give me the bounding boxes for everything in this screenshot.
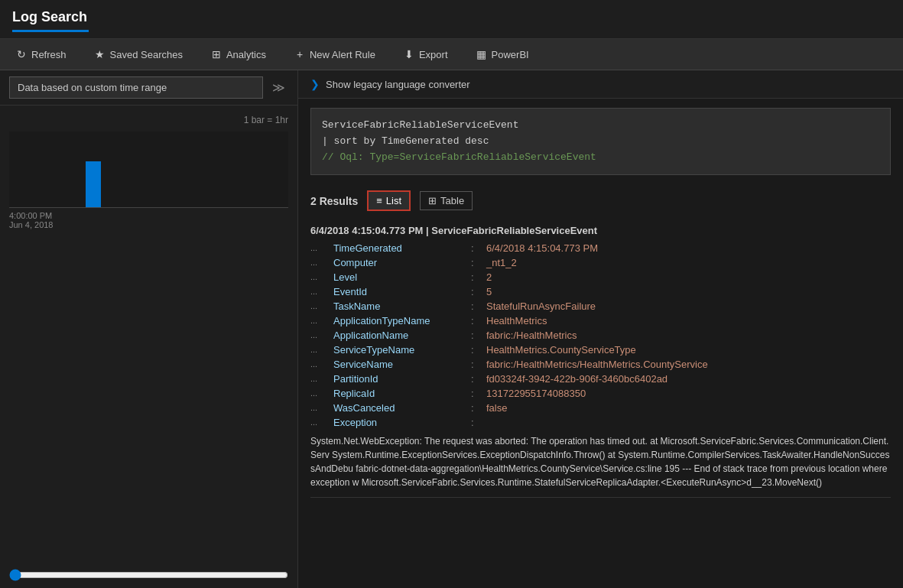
expand-icon[interactable]: ... [310,242,333,252]
expand-icon[interactable]: ... [310,286,333,296]
field-value: StatefulRunAsyncFailure [486,300,891,312]
chart-xaxis: 4:00:00 PM Jun 4, 2018 [9,211,288,229]
field-name: Level [333,271,471,283]
expand-icon[interactable]: ... [310,388,333,398]
export-label: Export [419,49,448,60]
saved-searches-label: Saved Searches [110,49,183,60]
expand-icon[interactable]: ... [310,402,333,412]
field-name: WasCanceled [333,402,471,414]
expand-icon[interactable]: ... [310,330,333,339]
list-label: List [386,195,401,206]
collapse-icon: ≫ [272,81,285,94]
left-panel: Data based on custom time range ≫ 1 bar … [0,70,298,588]
powerbi-button[interactable]: ▦ PowerBI [469,45,535,63]
field-name: TaskName [333,300,471,312]
result-item: 6/4/2018 4:15:04.773 PM | ServiceFabricR… [310,217,891,498]
field-value: HealthMetrics.CountyServiceType [486,344,891,356]
page-title: Log Search [12,6,891,28]
expand-icon[interactable]: ... [310,300,333,310]
expand-icon[interactable]: ... [310,359,333,369]
table-row: ... ServiceTypeName : HealthMetrics.Coun… [310,343,891,357]
table-row: ... PartitionId : fd03324f-3942-422b-906… [310,372,891,386]
expand-icon[interactable]: ... [310,257,333,267]
field-value: false [486,402,891,414]
table-row: ... ApplicationName : fabric:/HealthMetr… [310,328,891,343]
table-row: ... WasCanceled : false [310,401,891,415]
new-alert-button[interactable]: + New Alert Rule [287,45,382,63]
field-sep: : [471,286,486,297]
query-box[interactable]: ServiceFabricReliableServiceEvent | sort… [310,108,891,175]
time-range-dropdown[interactable]: Data based on custom time range [9,76,263,99]
analytics-label: Analytics [226,49,266,60]
header: Log Search [0,0,903,39]
xaxis-date: Jun 4, 2018 [9,220,54,229]
field-name: ApplicationName [333,330,471,341]
result-title: 6/4/2018 4:15:04.773 PM | ServiceFabricR… [310,225,891,236]
table-row: ... ReplicaId : 131722955174088350 [310,386,891,401]
table-icon: ⊞ [428,195,437,206]
field-sep: : [471,373,486,385]
field-sep: : [471,417,486,428]
field-value: fabric:/HealthMetrics [486,330,891,341]
field-name: TimeGenerated [333,242,471,254]
time-range-slider[interactable] [9,569,288,581]
field-value: 2 [486,271,891,283]
field-name: ApplicationTypeName [333,315,471,326]
refresh-button[interactable]: ↻ Refresh [9,45,73,63]
field-sep: : [471,242,486,254]
expand-icon[interactable]: ... [310,315,333,325]
field-value: 5 [486,286,891,297]
field-sep: : [471,402,486,414]
toolbar: ↻ Refresh ★ Saved Searches ⊞ Analytics +… [0,39,903,70]
field-sep: : [471,315,486,326]
export-button[interactable]: ⬇ Export [397,45,454,63]
chevron-right-icon: ❯ [310,78,320,90]
legacy-bar[interactable]: ❯ Show legacy language converter [298,70,903,99]
table-view-button[interactable]: ⊞ Table [420,191,473,210]
field-value: HealthMetrics [486,315,891,326]
chart-area: 1 bar = 1hr 4:00:00 PM Jun 4, 2018 [0,106,297,563]
expand-icon[interactable]: ... [310,344,333,354]
analytics-button[interactable]: ⊞ Analytics [204,45,272,63]
table-row: ... TaskName : StatefulRunAsyncFailure [310,299,891,313]
field-name: ReplicaId [333,388,471,399]
table-row: ... TimeGenerated : 6/4/2018 4:15:04.773… [310,241,891,255]
table-row: ... ApplicationTypeName : HealthMetrics [310,313,891,328]
results-bar: 2 Results ≡ List ⊞ Table [298,184,903,217]
field-value: fd03324f-3942-422b-906f-3460bc6402ad [486,373,891,385]
xaxis-time: 4:00:00 PM [9,211,54,220]
table-label: Table [440,195,464,206]
field-name: ServiceName [333,359,471,370]
query-line2: | sort by TimeGenerated desc [322,135,489,147]
expand-icon[interactable]: ... [310,417,333,427]
field-sep: : [471,271,486,283]
list-icon: ≡ [376,195,382,206]
left-panel-header: Data based on custom time range ≫ [0,70,297,106]
collapse-button[interactable]: ≫ [269,77,288,98]
xaxis-label: 4:00:00 PM Jun 4, 2018 [9,211,54,229]
field-sep: : [471,300,486,312]
field-name: Exception [333,417,471,428]
field-sep: : [471,359,486,370]
field-value: 131722955174088350 [486,388,891,399]
expand-icon[interactable]: ... [310,373,333,383]
expand-icon[interactable]: ... [310,271,333,281]
list-view-button[interactable]: ≡ List [367,190,411,211]
field-name: EventId [333,286,471,297]
table-row: ... Computer : _nt1_2 [310,255,891,270]
download-icon: ⬇ [403,48,415,60]
field-value: _nt1_2 [486,257,891,268]
field-value: fabric:/HealthMetrics/HealthMetrics.Coun… [486,359,891,370]
field-name: PartitionId [333,373,471,385]
exception-text: System.Net.WebException: The request was… [310,434,891,489]
saved-searches-button[interactable]: ★ Saved Searches [88,45,189,63]
refresh-icon: ↻ [15,48,28,60]
field-sep: : [471,344,486,356]
table-row: ... Level : 2 [310,270,891,284]
star-icon: ★ [94,48,106,60]
table-row: ... EventId : 5 [310,284,891,299]
powerbi-label: PowerBI [492,49,529,60]
chart-bar [86,161,101,207]
slider-container [0,563,297,588]
field-name: Computer [333,257,471,268]
